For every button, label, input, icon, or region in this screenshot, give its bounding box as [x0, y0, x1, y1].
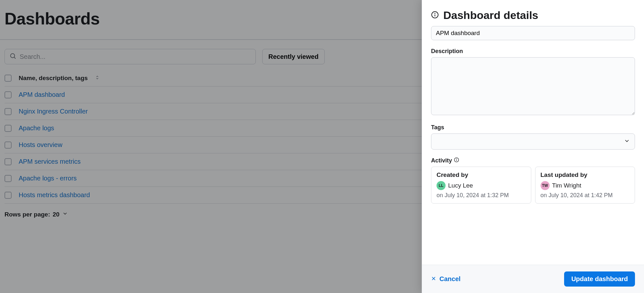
activity-grid: Created by LL Lucy Lee on July 10, 2024 … [431, 167, 635, 204]
updated-by-card: Last updated by TW Tim Wright on July 10… [535, 167, 635, 204]
updated-by-date: on July 10, 2024 at 1:42 PM [541, 192, 630, 199]
user-name: Tim Wright [552, 182, 582, 189]
info-icon [454, 157, 459, 164]
user-name: Lucy Lee [448, 182, 473, 189]
close-icon [431, 275, 436, 283]
created-by-user: LL Lucy Lee [437, 181, 526, 190]
tags-select[interactable] [431, 133, 635, 150]
dashboard-name-input[interactable] [431, 26, 635, 40]
cancel-button[interactable]: Cancel [431, 275, 461, 283]
activity-label: Activity [431, 157, 635, 164]
panel-footer: Cancel Update dashboard [422, 265, 644, 293]
updated-by-label: Last updated by [541, 171, 630, 179]
dashboard-details-panel: Dashboard details Description Tags Activ… [422, 0, 644, 293]
cancel-label: Cancel [439, 275, 461, 283]
panel-title: Dashboard details [443, 9, 538, 22]
panel-body: Dashboard details Description Tags Activ… [422, 0, 644, 265]
created-by-date: on July 10, 2024 at 1:32 PM [437, 192, 526, 199]
updated-by-user: TW Tim Wright [541, 181, 630, 190]
description-textarea[interactable] [431, 57, 635, 115]
avatar: TW [541, 181, 550, 190]
info-icon [431, 11, 439, 20]
description-label: Description [431, 48, 635, 55]
chevron-down-icon [624, 138, 630, 146]
update-dashboard-button[interactable]: Update dashboard [564, 271, 635, 287]
created-by-label: Created by [437, 171, 526, 179]
panel-header: Dashboard details [431, 9, 635, 22]
activity-label-text: Activity [431, 157, 452, 164]
avatar: LL [437, 181, 446, 190]
svg-point-7 [457, 159, 457, 159]
tags-label: Tags [431, 124, 635, 131]
svg-point-4 [435, 13, 435, 13]
created-by-card: Created by LL Lucy Lee on July 10, 2024 … [431, 167, 531, 204]
